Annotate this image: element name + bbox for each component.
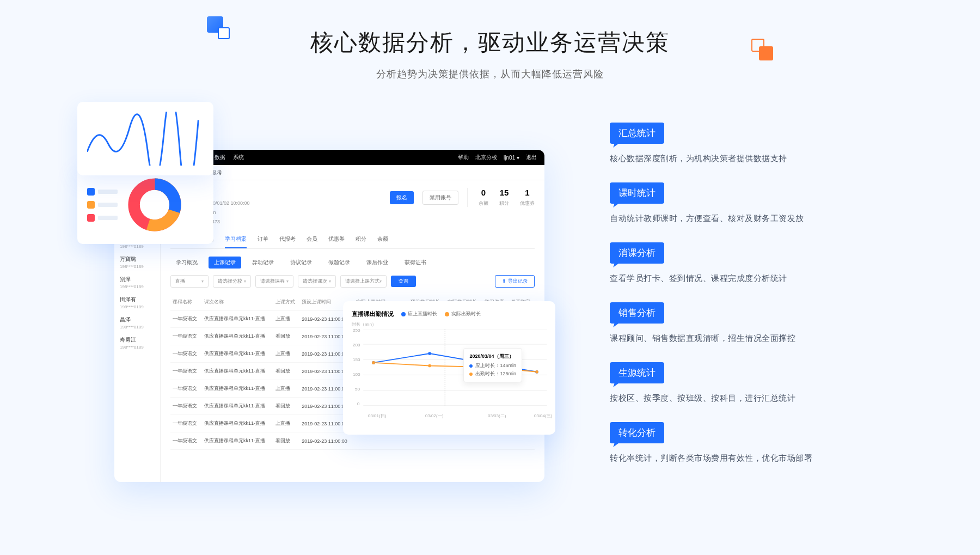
tab-8[interactable]: 余额 [377,235,388,248]
legend-swatch-orange [87,201,95,209]
tab-5[interactable]: 会员 [307,235,317,248]
chart-tooltip: 2020/03/04（周三） 应上时长：146min 出勤时长：125min [463,348,522,382]
feature-item: 课时统计自动统计教师课时，方便查看、核对及财务工资发放 [610,182,915,224]
svg-point-15 [372,361,375,364]
topnav-item[interactable]: 系统 [233,154,244,161]
feature-tag: 汇总统计 [610,123,664,144]
feature-tag: 课时统计 [610,182,664,204]
filter-select[interactable]: 请选择上课方式 [340,275,387,288]
stat-item: 1优惠券 [520,188,535,207]
filter-select[interactable]: 请选择课次 [298,275,336,288]
subtab-6[interactable]: 获得证书 [399,257,432,269]
feature-desc: 课程顾问、销售数据直观清晰，招生情况全面撑控 [610,333,915,344]
feature-desc: 核心数据深度剖析，为机构决策者提供数据支持 [610,154,915,164]
profile-stats: 0余额15积分1优惠券 [467,188,535,207]
popup-title: 直播课出勤情况 [352,310,394,318]
hero-subtitle: 分析趋势为决策提供依据，从而大幅降低运营风险 [0,68,980,81]
subtab-4[interactable]: 做题记录 [323,257,356,269]
feature-desc: 转化率统计，判断各类市场费用有效性，优化市场部署 [610,453,915,463]
enroll-button[interactable]: 报名 [390,191,414,204]
tab-4[interactable]: 代报考 [279,235,296,248]
legend-swatch-red [87,214,95,222]
table-header: 课次名称 [202,294,273,310]
chart-ylabel: 时长（min） [352,321,376,327]
feature-item: 消课分析查看学员打卡、签到情况、课程完成度分析统计 [610,242,915,284]
sidebar-student-item[interactable]: 寿勇江198****0189 [114,333,160,353]
subtab-2[interactable]: 异动记录 [247,257,279,269]
topright-item[interactable]: ljn01 ▾ [504,155,519,161]
tab-7[interactable]: 积分 [356,235,366,248]
sidebar-student-item[interactable]: 别泽198****0189 [114,272,160,292]
tab-6[interactable]: 优惠券 [328,235,345,248]
hero-title: 核心数据分析，驱动业务运营决策 [310,27,670,58]
stat-item: 0余额 [479,188,488,207]
tab-3[interactable]: 订单 [258,235,268,248]
svg-point-12 [428,352,431,355]
svg-point-16 [428,364,431,368]
legend-scheduled: 应上直播时长 [401,310,437,318]
feature-desc: 查看学员打卡、签到情况、课程完成度分析统计 [610,273,915,284]
mini-donut-chart-card [77,165,213,244]
primary-tabs: 咨询记录报名学习档案订单代报考会员优惠券积分余额 [170,235,535,249]
svg-point-18 [535,370,538,374]
sidebar-student-item[interactable]: 昌泽198****0189 [114,313,160,333]
subtab-1[interactable]: 上课记录 [209,257,241,269]
table-row[interactable]: 一年级语文供应直播课程单元kk11-直播看回放2019-02-23 11:00:… [170,432,535,450]
tab-2[interactable]: 学习档案 [225,235,247,248]
decoration-blue [207,16,223,33]
export-button[interactable]: ⬆ 导出记录 [495,275,535,288]
subtab-3[interactable]: 协议记录 [285,257,317,269]
topright-item[interactable]: 北京分校 [475,154,497,161]
feature-item: 汇总统计核心数据深度剖析，为机构决策者提供数据支持 [610,123,915,164]
decoration-orange [759,46,773,60]
donut-legend [87,188,118,222]
stat-item: 15积分 [499,188,509,207]
sidebar-student-item[interactable]: 万寶璐198****0189 [114,252,160,272]
legend-actual: 实际出勤时长 [445,310,481,318]
feature-item: 销售分析课程顾问、销售数据直观清晰，招生情况全面撑控 [610,302,915,344]
table-header: 课程名称 [170,294,202,310]
donut-chart-icon [127,178,182,232]
feature-tag: 转化分析 [610,422,664,443]
filter-select[interactable]: 直播 [170,275,209,288]
mini-line-chart-icon [87,112,204,166]
svg-point-3 [144,194,165,215]
topright-item[interactable]: 帮助 [458,154,469,161]
feature-desc: 自动统计教师课时，方便查看、核对及财务工资发放 [610,214,915,224]
subtab-5[interactable]: 课后作业 [361,257,394,269]
feature-tag: 消课分析 [610,242,664,264]
legend-swatch-blue [87,188,95,196]
attendance-chart-popup: 直播课出勤情况 应上直播时长 实际出勤时长 时长（min） 250 200 15… [343,301,555,435]
topright-item[interactable]: 退出 [526,154,537,161]
feature-tag: 生源统计 [610,362,664,383]
filter-row: 直播请选择分校请选择课程请选择课次请选择上课方式查询⬆ 导出记录 [170,275,535,288]
topnav-item[interactable]: 数据 [215,154,225,161]
mini-line-chart-card [77,102,213,175]
disable-account-button[interactable]: 禁用账号 [422,191,458,205]
query-button[interactable]: 查询 [391,276,416,287]
filter-select[interactable]: 请选择分校 [213,275,251,288]
feature-tag: 销售分析 [610,302,664,324]
subtab-0[interactable]: 学习概况 [170,257,203,269]
secondary-tabs: 学习概况上课记录异动记录协议记录做题记录课后作业获得证书 [170,257,535,269]
feature-item: 生源统计按校区、按季度、按班级、按科目，进行汇总统计 [610,362,915,404]
feature-desc: 按校区、按季度、按班级、按科目，进行汇总统计 [610,393,915,404]
feature-list: 汇总统计核心数据深度剖析，为机构决策者提供数据支持课时统计自动统计教师课时，方便… [610,123,915,482]
feature-item: 转化分析转化率统计，判断各类市场费用有效性，优化市场部署 [610,422,915,463]
sidebar-student-item[interactable]: 田泽有198****0189 [114,292,160,313]
table-header: 上课方式 [273,294,299,310]
filter-select[interactable]: 请选择课程 [255,275,293,288]
